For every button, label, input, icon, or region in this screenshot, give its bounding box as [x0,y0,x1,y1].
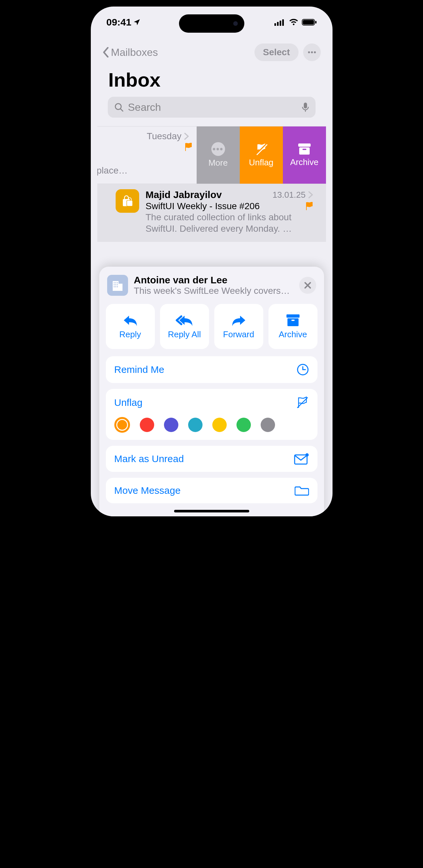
flag-color-picker [114,409,309,433]
svg-rect-2 [280,21,281,26]
swipe-unflag-button[interactable]: Unflag [240,126,283,184]
search-icon [114,103,124,112]
unflag-button[interactable]: Unflag [114,396,309,409]
forward-icon [231,314,247,327]
svg-rect-26 [114,284,115,285]
wifi-icon [289,19,298,26]
svg-rect-25 [117,282,118,283]
svg-rect-17 [299,147,310,155]
archive-button[interactable]: Archive [268,304,318,349]
flag-color-orange[interactable] [114,417,130,433]
svg-point-9 [314,51,316,53]
svg-rect-22 [119,284,123,291]
microphone-icon[interactable] [302,102,309,112]
reply-icon [123,314,138,327]
svg-rect-24 [115,282,116,283]
svg-rect-30 [115,286,116,287]
mail-sender: Majid Jabrayilov [146,189,222,200]
reply-all-button[interactable]: Reply All [160,304,209,349]
home-indicator[interactable] [174,510,249,513]
flag-color-gray[interactable] [261,418,275,432]
action-sheet: Antoine van der Lee This week's SwiftLee… [99,267,324,516]
mail-row-swiped[interactable]: e ue 254 Weekly covers: tterns Will AI r… [97,126,326,184]
svg-rect-33 [287,318,298,326]
chevron-right-icon [308,191,313,198]
building-icon [111,279,124,291]
svg-rect-29 [114,286,115,287]
flag-color-green[interactable] [236,418,251,432]
flag-color-red[interactable] [140,418,154,432]
page-title: Inbox [108,69,161,91]
sheet-sender: Antoine van der Lee [134,275,293,286]
svg-rect-32 [287,314,299,318]
status-time: 09:41 [106,17,132,28]
svg-rect-28 [117,284,118,285]
avatar [107,275,128,296]
shopping-bag-icon [121,194,134,208]
svg-rect-0 [274,23,276,26]
svg-line-11 [121,109,123,111]
sheet-preview: This week's SwiftLee Weekly covers… [134,286,293,296]
folder-icon [295,485,309,496]
search-placeholder: Search [128,101,297,114]
location-icon [133,19,140,26]
svg-rect-12 [304,103,307,108]
archive-box-icon [286,314,300,327]
cellular-icon [274,19,286,26]
svg-point-38 [305,453,309,457]
reply-all-icon [175,314,194,327]
flag-color-teal[interactable] [188,418,202,432]
svg-rect-27 [115,284,116,285]
svg-rect-23 [114,282,115,283]
flag-slash-icon [296,396,309,409]
ellipsis-icon [308,51,316,54]
forward-button[interactable]: Forward [214,304,263,349]
more-button[interactable] [303,43,321,61]
svg-point-7 [308,51,310,53]
close-button[interactable] [299,277,316,294]
battery-icon [302,19,317,26]
svg-rect-34 [291,320,295,321]
flag-color-purple[interactable] [164,418,178,432]
chevron-right-icon [184,133,189,140]
flag-icon [185,143,192,151]
reply-button[interactable]: Reply [106,304,155,349]
chevron-left-icon [103,47,109,58]
flag-color-yellow[interactable] [212,418,227,432]
svg-rect-31 [117,286,118,287]
svg-rect-1 [277,22,279,26]
search-input[interactable]: Search [108,97,316,118]
close-icon [304,282,311,289]
move-message-button[interactable]: Move Message [114,485,309,496]
swipe-archive-button[interactable]: Archive [283,126,326,184]
flag-slash-icon [255,143,268,156]
ellipsis-icon: ••• [212,142,225,156]
back-label: Mailboxes [111,46,158,59]
remind-me-button[interactable]: Remind Me [114,364,309,376]
envelope-badge-icon [294,453,309,465]
clock-icon [297,364,309,376]
archive-box-icon [298,143,311,155]
svg-rect-18 [302,149,306,150]
select-button[interactable]: Select [255,43,298,61]
flag-icon [306,202,313,211]
svg-rect-16 [298,144,311,147]
svg-point-8 [311,51,313,53]
svg-rect-3 [282,19,284,26]
mail-preview: The curated collection of links about Sw… [146,212,313,234]
mail-date: Tuesday [147,131,181,142]
back-button[interactable]: Mailboxes [103,46,158,59]
swipe-more-button[interactable]: ••• More [197,126,240,184]
mark-unread-button[interactable]: Mark as Unread [114,453,309,465]
mail-date: 13.01.25 [272,190,313,200]
svg-rect-20 [127,200,133,206]
mail-row[interactable]: Majid Jabrayilov 13.01.25 SwiftUI Weekly… [97,184,326,242]
svg-rect-5 [303,20,314,25]
avatar [116,189,139,213]
mail-subject: SwiftUI Weekly - Issue #206 [146,201,260,212]
svg-rect-6 [315,21,317,24]
